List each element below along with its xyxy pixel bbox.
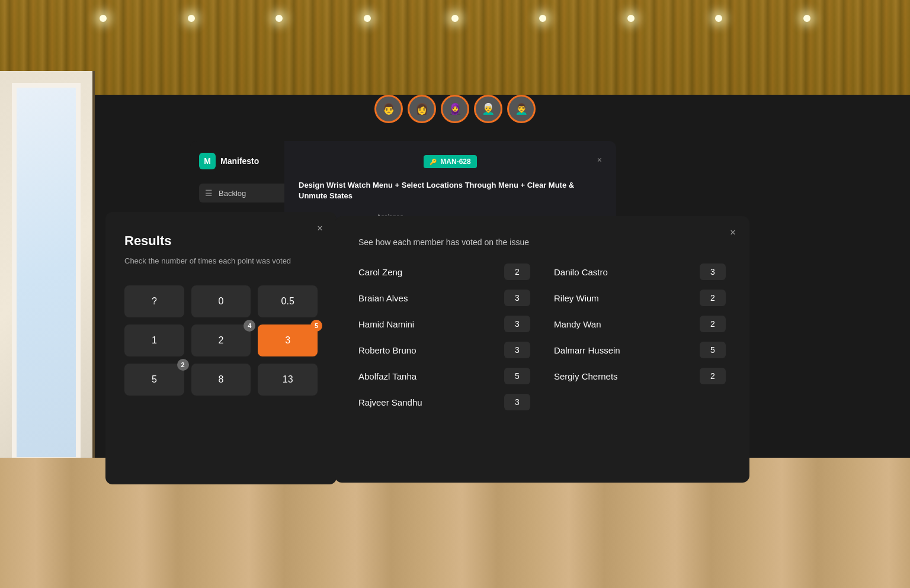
ceiling-light [364, 15, 371, 22]
manifesto-logo: M Manifesto [199, 153, 299, 169]
results-title: Results [124, 233, 318, 249]
vote-badge-3: 5 [310, 320, 322, 332]
vote-row-rajveer: Rajveer Sandhu 3 [358, 394, 530, 410]
voting-right-column: Danilo Castro 3 Riley Wium 2 Mandy Wan 2… [554, 264, 726, 410]
vote-button-half[interactable]: 0.5 [258, 285, 318, 317]
vote-mandy: 2 [700, 316, 726, 332]
vote-row-dalmarr: Dalmarr Hussein 5 [554, 342, 726, 358]
vote-button-8[interactable]: 8 [191, 364, 251, 396]
voter-mandy-wan: Mandy Wan [554, 319, 601, 329]
avatar-row: 👨 👩 🧕 👨‍🦳 👨‍🦱 [374, 95, 536, 123]
manifesto-icon: M [199, 153, 216, 169]
issue-close-button[interactable]: × [597, 155, 602, 165]
issue-header: 🔑 MAN-628 × [299, 155, 602, 168]
avatar-1[interactable]: 👨 [374, 95, 403, 123]
vote-row-sergiy: Sergiy Chernets 2 [554, 368, 726, 384]
vote-danilo: 3 [700, 264, 726, 280]
voter-roberto-bruno: Roberto Bruno [358, 345, 416, 355]
vote-hamid: 3 [504, 316, 530, 332]
manifesto-name: Manifesto [220, 156, 259, 166]
ceiling-light [188, 15, 195, 22]
avatar-3[interactable]: 🧕 [441, 95, 469, 123]
vote-sergiy: 2 [700, 368, 726, 384]
ceiling-light [627, 15, 635, 22]
vote-row-abolfazl: Abolfazl Tanha 5 [358, 368, 530, 384]
issue-title: Design Wrist Watch Menu + Select Locatio… [299, 180, 602, 201]
vote-badge-2: 4 [243, 320, 255, 332]
vote-braian: 3 [504, 290, 530, 306]
ceiling-light [100, 15, 107, 22]
vote-grid: ? 0 0.5 1 2 4 3 5 5 2 8 13 [124, 285, 318, 396]
vote-carol: 2 [504, 264, 530, 280]
voter-dalmarr-hussein: Dalmarr Hussein [554, 345, 620, 355]
vote-row-danilo: Danilo Castro 3 [554, 264, 726, 280]
voter-abolfazl-tanha: Abolfazl Tanha [358, 371, 416, 381]
vote-row-mandy: Mandy Wan 2 [554, 316, 726, 332]
results-panel: × Results Check the number of times each… [105, 212, 337, 484]
ceiling-light [451, 15, 459, 22]
vote-button-5[interactable]: 5 2 [124, 364, 184, 396]
vote-button-13[interactable]: 13 [258, 364, 318, 396]
ceiling-light [539, 15, 546, 22]
voting-left-column: Carol Zeng 2 Braian Alves 3 Hamid Namini… [358, 264, 530, 410]
vote-button-2[interactable]: 2 4 [191, 324, 251, 356]
vote-badge-5: 2 [177, 359, 189, 371]
sidebar-label-backlog: Backlog [219, 189, 246, 198]
vote-button-3[interactable]: 3 5 [258, 324, 318, 356]
vote-button-question[interactable]: ? [124, 285, 184, 317]
ceiling-light [715, 15, 722, 22]
voter-riley-wium: Riley Wium [554, 293, 599, 303]
voter-sergiy-chernets: Sergiy Chernets [554, 371, 618, 381]
avatar-2[interactable]: 👩 [408, 95, 436, 123]
voting-close-button[interactable]: × [726, 226, 740, 240]
voting-panel: × See how each member has voted on the i… [335, 216, 749, 483]
ceiling-light [275, 15, 283, 22]
avatar-4[interactable]: 👨‍🦳 [474, 95, 502, 123]
window-frame [12, 83, 81, 462]
vote-row-braian: Braian Alves 3 [358, 290, 530, 306]
ceiling-lights [0, 15, 910, 22]
voting-panel-title: See how each member has voted on the iss… [358, 237, 726, 247]
vote-button-1[interactable]: 1 [124, 324, 184, 356]
voter-danilo-castro: Danilo Castro [554, 267, 608, 277]
vote-rajveer: 3 [504, 394, 530, 410]
backlog-icon: ☰ [205, 188, 213, 198]
avatar-5[interactable]: 👨‍🦱 [507, 95, 536, 123]
voter-rajveer-sandhu: Rajveer Sandhu [358, 397, 422, 407]
ceiling-light [803, 15, 810, 22]
vote-button-0[interactable]: 0 [191, 285, 251, 317]
voting-grid: Carol Zeng 2 Braian Alves 3 Hamid Namini… [358, 264, 726, 410]
vote-riley: 2 [700, 290, 726, 306]
vote-roberto: 3 [504, 342, 530, 358]
vote-row-roberto: Roberto Bruno 3 [358, 342, 530, 358]
voter-braian-alves: Braian Alves [358, 293, 408, 303]
voter-carol-zeng: Carol Zeng [358, 267, 402, 277]
vote-row-carol: Carol Zeng 2 [358, 264, 530, 280]
vote-row-riley: Riley Wium 2 [554, 290, 726, 306]
ceiling [0, 0, 910, 95]
issue-id-badge: 🔑 MAN-628 [424, 155, 476, 168]
voter-hamid-namini: Hamid Namini [358, 319, 414, 329]
left-window [0, 71, 95, 474]
results-close-button[interactable]: × [313, 221, 327, 236]
issue-id: MAN-628 [440, 158, 470, 166]
vote-row-hamid: Hamid Namini 3 [358, 316, 530, 332]
vote-dalmarr: 5 [700, 342, 726, 358]
results-subtitle: Check the number of times each point was… [124, 256, 318, 266]
vote-abolfazl: 5 [504, 368, 530, 384]
sidebar-item-backlog[interactable]: ☰ Backlog [199, 184, 299, 203]
